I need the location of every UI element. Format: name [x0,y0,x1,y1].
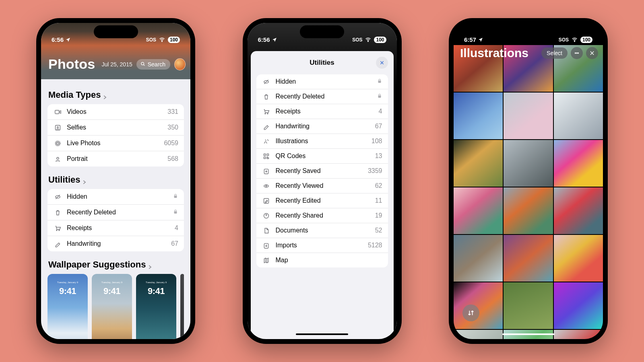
hidden-icon [262,78,271,85]
photo-thumb[interactable] [504,235,553,282]
chevron-right-icon [82,177,87,183]
section-wallpaper[interactable]: Wallpaper Suggestions [48,259,183,270]
cart-icon [262,108,271,115]
list-item-imports[interactable]: Imports5128 [256,238,388,253]
item-label: Recently Deleted [67,209,173,216]
battery-icon: 100 [168,37,180,43]
item-label: Documents [276,227,375,234]
item-label: Recently Saved [276,167,368,175]
photo-thumb[interactable] [554,187,603,234]
phone-illustrations: 6:57 SOS 100 [449,18,608,344]
list-item-recently-deleted[interactable]: Recently Deleted [256,89,388,104]
hero-date: Jul 25, 2015 [101,61,132,68]
item-count: 331 [167,108,178,115]
photo-thumb[interactable] [454,93,503,139]
phone-photos: 6:56 SOS 100 Photos Jul 25, 2015 Search [36,18,195,344]
search-icon [140,62,146,67]
list-item-hidden[interactable]: Hidden [47,189,184,204]
item-label: Live Photos [67,140,164,147]
section-media-types[interactable]: Media Types [48,90,183,100]
list-item-live-photos[interactable]: Live Photos6059 [47,135,184,151]
sort-icon [467,309,475,317]
list-item-selfies[interactable]: Selfies350 [47,119,184,135]
list-item-recently-deleted[interactable]: Recently Deleted [47,204,184,220]
photo-thumb[interactable] [454,282,503,329]
list-item-receipts[interactable]: Receipts4 [256,104,388,119]
list-item-handwriting[interactable]: Handwriting67 [256,119,388,134]
photo-thumb[interactable] [504,187,553,234]
more-button[interactable] [571,47,583,59]
list-item-map[interactable]: Map [256,253,388,267]
section-utilities[interactable]: Utilities [48,175,183,185]
eye-icon [262,183,271,189]
sort-button[interactable] [462,304,479,321]
list-item-recently-saved[interactable]: Recently Saved3359 [256,163,388,178]
map-icon [262,257,271,264]
down-icon [262,168,271,175]
search-button[interactable]: Search [136,59,170,70]
lock-icon [377,93,382,100]
wallpaper-thumb[interactable]: Tuesday, January 99:41 [47,274,88,339]
photo-thumb[interactable] [554,282,603,329]
item-label: Receipts [67,224,175,232]
photo-thumb[interactable] [554,93,603,139]
list-item-recently-viewed[interactable]: Recently Viewed62 [256,178,388,193]
photo-thumb[interactable] [454,330,503,339]
item-count: 13 [375,152,382,160]
edit-icon [262,197,271,204]
illus-icon [262,138,271,145]
photo-thumb[interactable] [454,140,503,187]
photo-thumb[interactable] [504,140,553,187]
list-item-recently-shared[interactable]: Recently Shared19 [256,208,388,223]
wallpaper-thumb[interactable] [180,274,184,339]
status-time: 6:56 [258,36,270,43]
item-label: Receipts [276,108,379,115]
photo-thumb[interactable] [554,330,603,339]
item-count: 568 [167,155,178,162]
hidden-icon [53,193,62,200]
item-label: Illustrations [276,138,372,145]
select-button[interactable]: Select [541,47,568,59]
down-icon [262,242,271,249]
close-button[interactable] [586,47,598,59]
home-indicator[interactable] [502,333,555,335]
photo-thumb[interactable] [454,187,503,234]
wifi-icon [365,36,372,43]
status-sos: SOS [352,37,362,43]
photo-thumb[interactable] [554,140,603,187]
list-item-portrait[interactable]: Portrait568 [47,151,184,167]
chevron-right-icon [102,92,108,98]
item-label: Recently Viewed [276,182,375,189]
photo-thumb[interactable] [504,93,553,139]
photo-thumb[interactable] [454,235,503,282]
list-item-handwriting[interactable]: Handwriting67 [47,236,184,251]
item-count: 4 [379,108,382,115]
home-indicator[interactable] [296,333,348,335]
lock-icon [173,193,178,200]
battery-icon: 100 [580,37,592,43]
photo-thumb[interactable] [504,282,553,329]
close-button[interactable] [376,57,388,69]
list-item-qr-codes[interactable]: QR Codes13 [256,148,388,163]
notch [300,25,344,38]
screen-1: 6:56 SOS 100 Photos Jul 25, 2015 Search [41,23,190,339]
wallpaper-thumb[interactable]: Tuesday, January 99:41 [92,274,132,339]
list-item-videos[interactable]: Videos331 [47,104,184,119]
wallpaper-thumb[interactable]: Tuesday, January 99:41 [136,274,176,339]
sheet-title: Utilities [310,59,334,67]
list-item-receipts[interactable]: Receipts4 [47,220,184,236]
utilities-full-list: HiddenRecently DeletedReceipts4Handwriti… [256,74,388,267]
list-item-documents[interactable]: Documents52 [256,223,388,238]
photo-thumb[interactable] [554,235,603,282]
item-count: 5128 [368,242,382,249]
lock-icon [173,209,178,216]
photo-grid [454,45,603,339]
item-label: Handwriting [67,240,171,247]
list-item-hidden[interactable]: Hidden [256,74,388,89]
avatar[interactable] [174,58,186,70]
list-item-illustrations[interactable]: Illustrations108 [256,134,388,148]
list-item-recently-edited[interactable]: Recently Edited11 [256,193,388,208]
qr-icon [262,153,271,160]
item-count: 4 [175,224,178,232]
item-label: Videos [67,108,167,115]
